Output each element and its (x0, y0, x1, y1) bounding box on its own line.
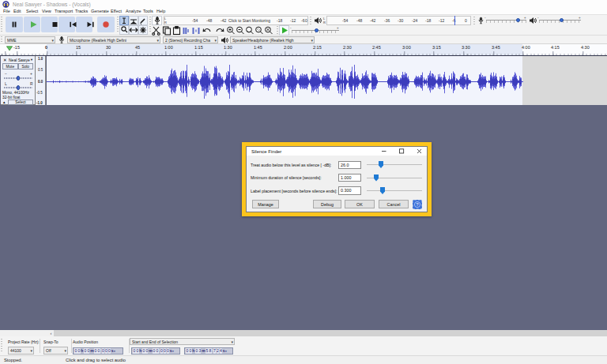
svg-text:?: ? (416, 202, 419, 207)
